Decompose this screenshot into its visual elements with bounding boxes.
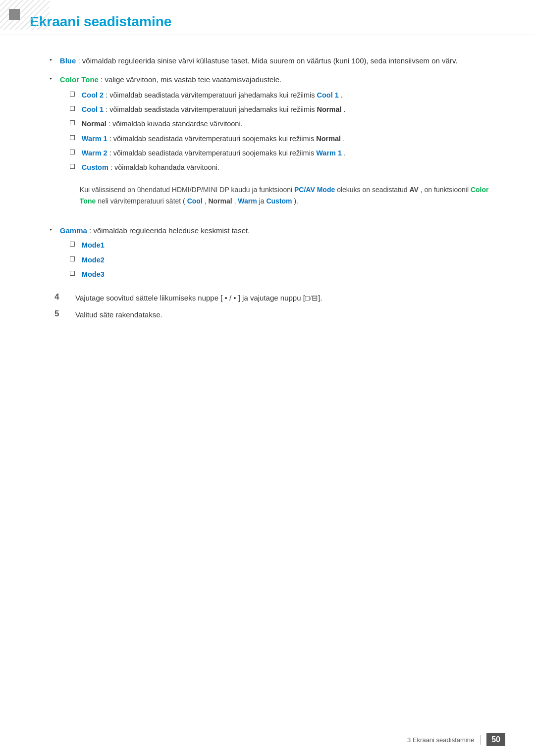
step-5-content: Valitud säte rakendatakse. [75, 309, 505, 321]
gamma-item-content: Gamma : võimaldab reguleerida heleduse k… [60, 225, 505, 284]
bullet-list: ● Blue : võimaldab reguleerida sinise vä… [50, 55, 505, 284]
top-decoration [0, 0, 50, 30]
note-text8: ). [294, 197, 298, 205]
normal-content: Normal : võimaldab kuvada standardse vär… [82, 118, 505, 130]
sub-item: Warm 1 : võimaldab seadistada värvitempe… [70, 133, 505, 145]
step-5-number: 5 [54, 309, 66, 319]
cool2-label: Cool 2 [82, 91, 104, 99]
mode1-content: Mode1 [82, 240, 505, 251]
header-area: Ekraani seadistamine [0, 0, 535, 35]
bullet-dot: ● [50, 57, 52, 62]
bullet-dot: ● [50, 227, 52, 232]
cool2-ref: Cool 1 [317, 91, 339, 99]
gamma-sub-list: Mode1 Mode2 Mode3 [70, 240, 505, 280]
sub-item: Normal : võimaldab kuvada standardse vär… [70, 118, 505, 130]
note-text2: olekuks on seadistatud [337, 186, 409, 194]
blue-label: Blue [60, 56, 76, 65]
sub-bullet-icon [70, 135, 75, 140]
note-bold2: AV [409, 186, 418, 194]
page-title: Ekraani seadistamine [30, 9, 505, 30]
sub-bullet-icon [70, 106, 75, 111]
sub-bullet-icon [70, 271, 75, 276]
list-item: ● Color Tone : valige värvitoon, mis vas… [50, 74, 505, 218]
cool1-suffix: . [344, 105, 346, 113]
color-tone-item-content: Color Tone : valige värvitoon, mis vasta… [60, 74, 505, 218]
note-text4: neli värvitemperatuuri sätet ( [98, 197, 185, 205]
gamma-text: : võimaldab reguleerida heleduse keskmis… [89, 226, 250, 235]
footer-separator [480, 735, 481, 745]
note-ref1: Cool [187, 197, 203, 205]
list-item: ● Gamma : võimaldab reguleerida heleduse… [50, 225, 505, 284]
numbered-item-4: 4 Vajutage soovitud sättele liikumiseks … [54, 292, 505, 304]
note-text3: , on funktsioonil [421, 186, 471, 194]
mode3-content: Mode3 [82, 269, 505, 280]
blue-text: : võimaldab reguleerida sinise värvi kül… [78, 56, 458, 65]
sub-item: Cool 1 : võimaldab seadistada värvitempe… [70, 104, 505, 115]
note-ref2: Normal [208, 197, 232, 205]
step-4-content: Vajutage soovitud sättele liikumiseks nu… [75, 292, 505, 304]
cool1-ref: Normal [317, 105, 342, 113]
cool2-text: : võimaldab seadistada värvitemperatuuri… [106, 91, 317, 99]
cool1-content: Cool 1 : võimaldab seadistada värvitempe… [82, 104, 505, 115]
step-4-number: 4 [54, 292, 66, 302]
warm1-ref: Normal [316, 135, 341, 143]
note-box: Kui välissisend on ühendatud HDMI/DP/MIN… [72, 179, 505, 212]
warm1-suffix: . [343, 135, 345, 143]
small-square-icon [9, 9, 20, 20]
cool2-suffix: . [341, 91, 343, 99]
normal-label: Normal [82, 120, 107, 128]
mode3-label: Mode3 [82, 270, 105, 278]
sub-item: Mode1 [70, 240, 505, 251]
page-container: Ekraani seadistamine ● Blue : võimaldab … [0, 0, 535, 756]
blue-item-content: Blue : võimaldab reguleerida sinise värv… [60, 55, 505, 67]
cool2-content: Cool 2 : võimaldab seadistada värvitempe… [82, 90, 505, 101]
sub-item: Cool 2 : võimaldab seadistada värvitempe… [70, 90, 505, 101]
sub-bullet-icon [70, 242, 75, 247]
color-tone-text: : valige värvitoon, mis vastab teie vaat… [101, 75, 281, 84]
warm2-ref: Warm 1 [316, 149, 342, 157]
note-ref4: Custom [266, 197, 292, 205]
warm1-text: : võimaldab seadistada värvitemperatuuri… [109, 135, 316, 143]
sub-item: Warm 2 : võimaldab seadistada värvitempe… [70, 148, 505, 159]
note-text1: Kui välissisend on ühendatud HDMI/DP/MIN… [80, 186, 294, 194]
sub-bullet-icon [70, 164, 75, 169]
custom-text: : võimaldab kohandada värvitooni. [110, 163, 219, 171]
custom-label: Custom [82, 163, 108, 171]
mode2-content: Mode2 [82, 254, 505, 266]
sub-bullet-icon [70, 150, 75, 154]
cool1-label: Cool 1 [82, 105, 104, 113]
numbered-items: 4 Vajutage soovitud sättele liikumiseks … [50, 292, 505, 321]
sub-item: Custom : võimaldab kohandada värvitooni. [70, 162, 505, 173]
content-area: ● Blue : võimaldab reguleerida sinise vä… [0, 55, 535, 355]
list-item: ● Blue : võimaldab reguleerida sinise vä… [50, 55, 505, 67]
mode1-label: Mode1 [82, 241, 105, 249]
sub-bullet-icon [70, 120, 75, 125]
numbered-item-5: 5 Valitud säte rakendatakse. [54, 309, 505, 321]
warm2-suffix: . [344, 149, 346, 157]
sub-bullet-icon [70, 256, 75, 261]
gamma-label: Gamma [60, 226, 87, 235]
note-text7: ja [259, 197, 267, 205]
footer-page-number: 50 [486, 733, 505, 746]
mode2-label: Mode2 [82, 256, 105, 264]
sub-item: Mode3 [70, 269, 505, 280]
warm1-content: Warm 1 : võimaldab seadistada värvitempe… [82, 133, 505, 145]
warm2-label: Warm 2 [82, 149, 107, 157]
note-ref3: Warm [238, 197, 257, 205]
note-bold1: PC/AV Mode [294, 186, 335, 194]
warm2-content: Warm 2 : võimaldab seadistada värvitempe… [82, 148, 505, 159]
custom-content: Custom : võimaldab kohandada värvitooni. [82, 162, 505, 173]
warm2-text: : võimaldab seadistada värvitemperatuuri… [109, 149, 316, 157]
footer: 3 Ekraani seadistamine 50 [407, 733, 505, 746]
cool1-text: : võimaldab seadistada värvitemperatuuri… [106, 105, 317, 113]
sub-item: Mode2 [70, 254, 505, 266]
normal-text: : võimaldab kuvada standardse värvitooni… [108, 120, 243, 128]
sub-bullet-icon [70, 92, 75, 97]
bullet-dot: ● [50, 76, 52, 81]
warm1-label: Warm 1 [82, 135, 107, 143]
footer-section-text: 3 Ekraani seadistamine [407, 736, 474, 744]
color-tone-sub-list: Cool 2 : võimaldab seadistada värvitempe… [70, 90, 505, 173]
color-tone-label: Color Tone [60, 75, 99, 84]
